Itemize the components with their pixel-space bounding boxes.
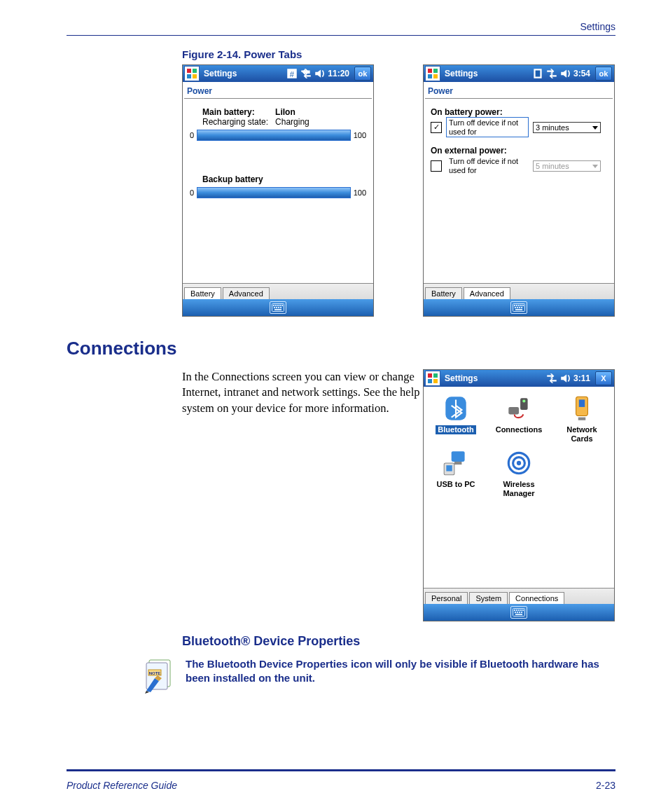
icon-wireless-manager[interactable]: Wireless Manager: [492, 448, 545, 497]
scale-max: 100: [354, 131, 366, 139]
start-flag-icon[interactable]: [425, 66, 440, 81]
svg-rect-18: [433, 69, 438, 73]
svg-rect-62: [515, 614, 522, 615]
svg-rect-29: [515, 307, 516, 308]
svg-rect-17: [428, 69, 432, 73]
svg-rect-15: [280, 307, 281, 308]
wm-titlebar: Settings 3:11 X: [424, 370, 614, 387]
connectivity-icon[interactable]: [545, 67, 558, 80]
svg-rect-31: [519, 307, 520, 308]
signal-icon[interactable]: [531, 67, 544, 80]
svg-rect-48: [446, 465, 452, 471]
icon-usb-to-pc[interactable]: USB to PC: [429, 448, 482, 497]
connectivity-icon[interactable]: [300, 67, 312, 80]
external-minutes-select[interactable]: 5 minutes: [533, 160, 601, 172]
battery-turnoff-label: Turn off device if not used for: [446, 117, 529, 137]
footer-left: Product Reference Guide: [67, 780, 177, 791]
close-button[interactable]: X: [595, 371, 612, 385]
keyboard-icon[interactable]: [270, 301, 286, 314]
svg-rect-1: [193, 69, 197, 73]
wm-tabs: Battery Advanced: [424, 283, 614, 299]
svg-rect-13: [276, 307, 277, 308]
svg-rect-37: [433, 379, 438, 383]
wm-title: Settings: [445, 373, 478, 383]
tab-personal[interactable]: Personal: [425, 592, 468, 604]
svg-rect-44: [578, 418, 586, 420]
ok-button[interactable]: ok: [354, 67, 371, 81]
power-section-label: Power: [424, 82, 614, 96]
svg-point-51: [517, 461, 521, 465]
volume-icon[interactable]: [559, 67, 572, 80]
svg-rect-28: [522, 305, 524, 306]
icon-label: Network Cards: [555, 425, 608, 443]
svg-rect-3: [193, 74, 197, 78]
connections-heading: Connections: [67, 338, 615, 359]
svg-rect-2: [187, 74, 191, 78]
icon-network-cards[interactable]: Network Cards: [555, 394, 608, 443]
svg-rect-36: [428, 379, 432, 383]
svg-rect-55: [518, 610, 520, 611]
figure-caption: Figure 2-14. Power Tabs: [182, 48, 615, 60]
wm-title: Settings: [204, 69, 237, 78]
screenshot-power-battery: Settings # 11:20 ok Power Main battery: …: [182, 64, 374, 317]
tab-advanced[interactable]: Advanced: [223, 287, 270, 299]
svg-rect-54: [516, 610, 517, 611]
svg-rect-61: [521, 612, 522, 613]
wm-clock: 3:11: [573, 373, 590, 383]
keyboard-icon[interactable]: [510, 606, 527, 619]
svg-text:#: #: [290, 70, 295, 78]
scale-max: 100: [354, 188, 366, 197]
tab-battery[interactable]: Battery: [425, 287, 462, 299]
note-text: The Bluetooth Device Properties icon wil…: [186, 657, 613, 686]
tab-connections[interactable]: Connections: [509, 592, 564, 604]
svg-rect-25: [516, 305, 517, 306]
svg-rect-43: [579, 399, 585, 407]
svg-rect-7: [273, 305, 274, 306]
footer-page: 2-23: [596, 780, 615, 791]
svg-rect-60: [519, 612, 520, 613]
svg-rect-12: [274, 307, 275, 308]
svg-rect-32: [521, 307, 522, 308]
tab-advanced[interactable]: Advanced: [464, 287, 510, 299]
svg-rect-39: [508, 407, 519, 415]
connectivity-icon[interactable]: [545, 372, 558, 385]
svg-rect-34: [428, 373, 432, 378]
start-flag-icon[interactable]: [184, 66, 200, 81]
power-section-label: Power: [183, 82, 373, 96]
recharging-value: Charging: [275, 117, 309, 127]
battery-minutes-select[interactable]: 3 minutes: [533, 122, 601, 133]
svg-rect-22: [536, 71, 541, 77]
svg-rect-33: [515, 309, 522, 310]
svg-rect-27: [520, 305, 522, 306]
svg-point-41: [522, 399, 525, 402]
tab-battery[interactable]: Battery: [184, 287, 221, 299]
icon-connections[interactable]: Connections: [492, 394, 545, 443]
svg-rect-45: [452, 451, 465, 462]
volume-icon[interactable]: [559, 372, 572, 385]
signal-icon[interactable]: #: [286, 67, 298, 80]
battery-power-label: On battery power:: [431, 107, 607, 117]
scale-min: 0: [190, 188, 194, 197]
external-turnoff-checkbox[interactable]: [431, 160, 442, 172]
svg-rect-10: [279, 305, 281, 306]
wm-tabs: Personal System Connections: [424, 588, 614, 604]
icon-bluetooth[interactable]: Bluetooth: [429, 394, 482, 443]
svg-rect-0: [187, 69, 191, 73]
battery-turnoff-checkbox[interactable]: ✓: [431, 122, 442, 133]
tab-system[interactable]: System: [469, 592, 508, 604]
connections-body: In the Connections screen you can view o…: [182, 369, 420, 416]
svg-rect-16: [274, 309, 281, 310]
note-icon: NOTE: [142, 657, 179, 694]
svg-rect-9: [277, 305, 279, 306]
start-flag-icon[interactable]: [425, 371, 440, 386]
icon-label: USB to PC: [437, 480, 475, 489]
svg-rect-11: [281, 305, 283, 306]
wm-clock: 3:54: [573, 69, 590, 78]
svg-rect-26: [518, 305, 520, 306]
icon-label: Bluetooth: [436, 425, 475, 434]
volume-icon[interactable]: [314, 67, 326, 80]
main-battery-bar: [197, 130, 351, 141]
ok-button[interactable]: ok: [595, 67, 612, 81]
screenshot-power-advanced: Settings 3:54 ok Power On battery power:…: [423, 64, 615, 317]
keyboard-icon[interactable]: [510, 301, 527, 314]
